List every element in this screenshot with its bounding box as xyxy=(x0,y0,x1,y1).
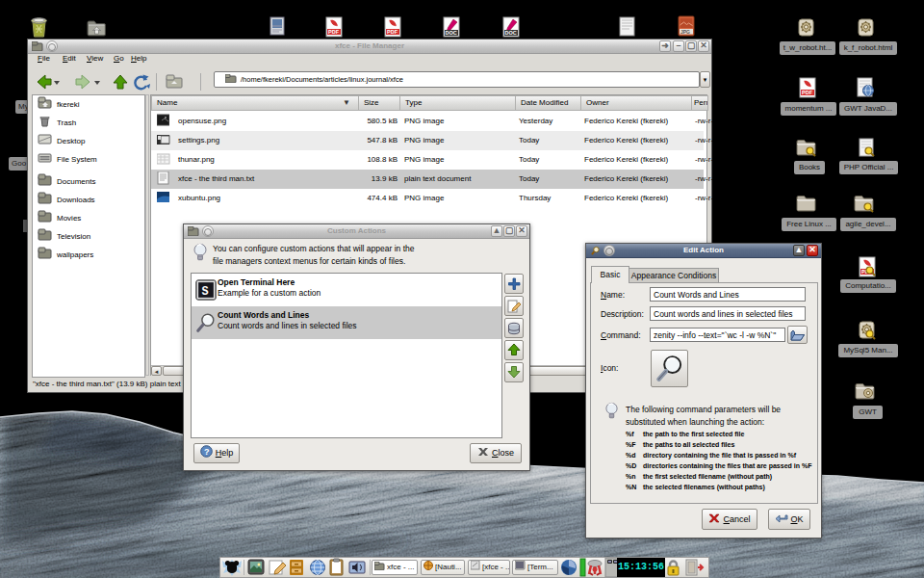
svg-text:JPG: JPG xyxy=(680,29,690,35)
svg-text:?: ? xyxy=(204,447,210,457)
svg-text:S: S xyxy=(201,285,208,299)
